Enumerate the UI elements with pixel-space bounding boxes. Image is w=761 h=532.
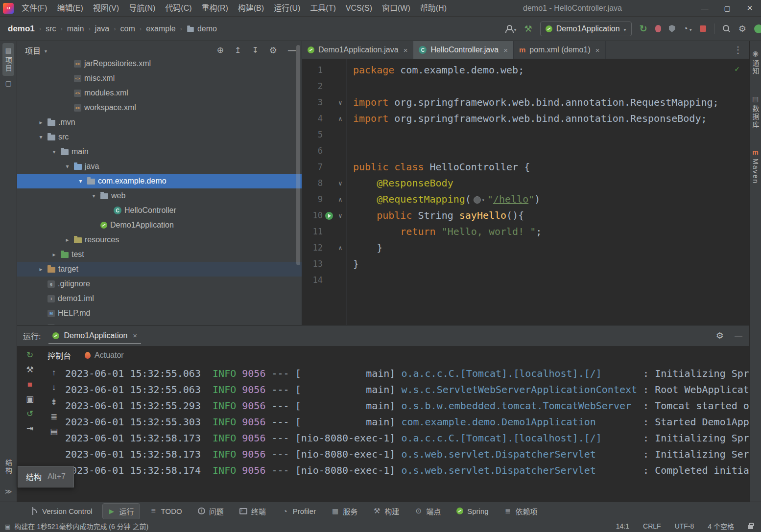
chevron-down-icon[interactable]: ▾ [37,134,45,140]
line-number[interactable]: 1 [302,62,323,78]
line-number[interactable]: 7 [302,159,323,175]
fold-marker-icon[interactable]: ∨ [335,208,345,224]
tree-item-hellocontroller[interactable]: HelloController [17,203,302,218]
collapse-all-button[interactable] [252,46,258,55]
tool-button-item[interactable]: 构建 [368,504,404,519]
wrench-icon[interactable]: ⚒ [26,366,33,374]
tool-stripe-button-item[interactable]: 数据库 [750,92,761,132]
tool-button-item[interactable]: 运行 [103,504,140,519]
editor-tab-demo1application-java[interactable]: Demo1Application.java× [302,41,413,59]
line-number[interactable]: 5 [302,127,323,143]
breadcrumb-item-com[interactable]: com [120,24,135,33]
menu-item[interactable]: 运行(U) [269,0,305,16]
tool-stripe-button-item[interactable]: 项目 [2,43,14,76]
status-item-crlf[interactable]: CRLF [643,522,661,530]
breadcrumb-item-main[interactable]: main [67,24,84,33]
tree-item-main[interactable]: ▾main [17,144,302,159]
chevron-down-icon[interactable]: ▾ [50,148,58,155]
tool-stripe-button-item[interactable] [4,484,13,499]
line-number[interactable]: 9 [302,191,323,208]
rerun-icon[interactable]: ↻ [26,351,33,359]
menu-item[interactable]: 工具(T) [305,0,340,16]
tree-item-modules-xml[interactable]: modules.xml [17,86,302,100]
tool-button-todo[interactable]: TODO [144,504,188,518]
menu-item[interactable]: 导航(N) [124,0,160,16]
chevron-right-icon[interactable]: ▸ [37,266,45,273]
tree-item-src[interactable]: ▾src [17,130,302,144]
tool-stripe-button-item[interactable]: 通知 [750,46,761,79]
stop-button[interactable] [700,25,706,32]
project-panel-title[interactable]: 项目 [25,45,41,56]
code-with-me-button[interactable] [754,24,756,33]
menu-item[interactable]: 窗口(W) [377,0,415,16]
inspections-ok-icon[interactable] [735,62,739,74]
code-editor[interactable]: 1package com.example.demo.web;23∨import … [302,59,749,325]
tree-item-jarrepositories-xml[interactable]: jarRepositories.xml [17,56,302,71]
http-method-selector-icon[interactable] [474,192,485,208]
close-icon[interactable]: × [503,46,508,54]
scroll-to-end-icon[interactable]: ⇟ [50,398,57,406]
status-item-4[interactable]: 4 个空格 [708,521,734,531]
clear-console-icon[interactable]: ▤ [50,427,58,436]
breadcrumb-item-demo1[interactable]: demo1 [8,24,35,34]
tree-item-resources[interactable]: ▸resources [17,232,302,247]
run-configuration-selector[interactable]: Demo1Application [540,22,632,36]
menu-item[interactable]: VCS(S) [341,0,377,16]
tree-item-web[interactable]: ▾web [17,188,302,203]
editor-tab-pom-xml-demo1[interactable]: pom.xml (demo1)× [514,41,606,59]
tree-item-target[interactable]: ▸target [17,262,302,277]
debug-button[interactable] [655,25,661,32]
tree-item-com-example-demo[interactable]: ▾com.example.demo [17,174,302,188]
soft-wrap-icon[interactable]: ≣ [50,413,57,421]
close-icon[interactable]: × [133,331,137,340]
tree-item-demo1application[interactable]: Demo1Application [17,218,302,232]
event-log-icon[interactable] [5,522,10,530]
line-number[interactable]: 14 [302,272,323,288]
user-profile-button[interactable] [504,24,517,33]
close-button[interactable] [738,0,761,16]
hide-run-panel-button[interactable] [735,331,742,340]
chevron-down-icon[interactable]: ▾ [64,163,71,170]
chevron-right-icon[interactable]: ▸ [64,236,71,243]
fold-marker-icon[interactable]: ∧ [335,111,345,127]
tool-button-item[interactable]: 终端 [234,504,271,519]
status-item-14-1[interactable]: 14:1 [616,522,629,530]
tree-item-java[interactable]: ▾java [17,159,302,174]
tool-stripe-button-item[interactable] [2,76,14,91]
rerun-button[interactable] [640,23,647,34]
restore-button[interactable] [716,0,738,16]
up-stacktrace-icon[interactable]: ↑ [52,369,56,377]
close-icon[interactable]: × [404,46,408,54]
stop-icon[interactable]: ■ [27,380,32,389]
build-project-button[interactable] [524,23,532,34]
console-tab-item[interactable]: 控制台 [48,349,71,361]
line-number[interactable]: 2 [302,78,323,94]
lock-icon[interactable] [748,525,753,529]
breadcrumb-item-example[interactable]: example [146,24,175,33]
console-tab-actuator[interactable]: Actuator [85,351,124,360]
hide-panel-button[interactable] [288,46,296,55]
coverage-button[interactable] [669,25,675,32]
menu-item[interactable]: 视图(V) [88,0,124,16]
tree-item-demo1-iml[interactable]: demo1.iml [17,291,302,306]
tree-item-misc-xml[interactable]: misc.xml [17,71,302,86]
tree-item-mvn[interactable]: ▸.mvn [17,115,302,130]
console-output[interactable]: 2023-06-01 15:32:55.063 INFO 9056 --- [ … [65,365,749,502]
tool-button-profiler[interactable]: Profiler [276,505,322,518]
expand-all-button[interactable] [235,46,241,55]
fold-marker-icon[interactable]: ∧ [335,240,345,256]
fold-marker-icon[interactable]: ∧ [335,191,345,208]
close-icon[interactable]: × [595,46,600,54]
menu-item[interactable]: 编辑(E) [52,0,88,16]
tree-item-workspace-xml[interactable]: workspace.xml [17,100,302,115]
tree-item-mvnw[interactable]: mvnw [17,321,302,325]
tool-button-version-control[interactable]: Version Control [25,505,98,518]
chevron-down-icon[interactable] [45,46,47,55]
minimize-button[interactable] [693,0,716,16]
run-method-icon[interactable] [325,212,333,220]
breadcrumb-item-demo[interactable]: demo [187,24,217,33]
menu-item[interactable]: 代码(C) [160,0,196,16]
tree-item-test[interactable]: ▸test [17,247,302,262]
chevron-right-icon[interactable]: ▸ [50,251,58,258]
breadcrumb-item-src[interactable]: src [46,24,56,33]
